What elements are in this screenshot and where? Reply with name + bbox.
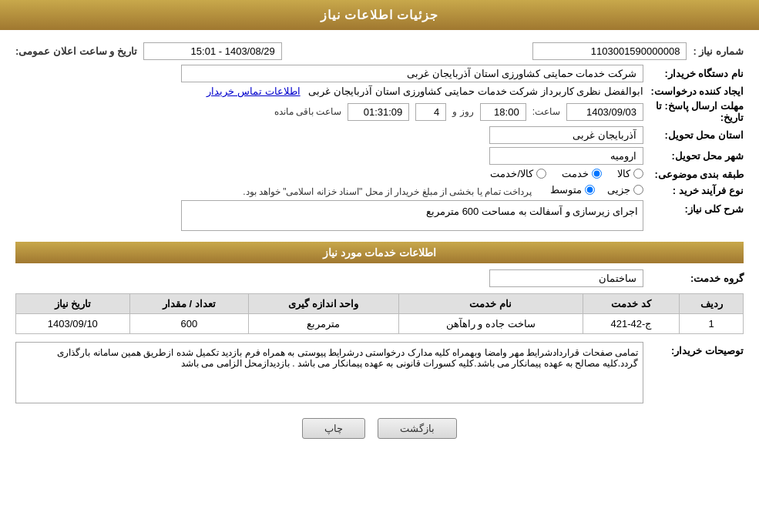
tosihaat-textarea[interactable] [15, 342, 643, 403]
col-vahad: واحد اندازه گیری [249, 294, 399, 314]
col-naam: نام خدمت [398, 294, 583, 314]
row-shahr: شهر محل تحویل: ارومیه [15, 147, 744, 165]
mohlat-mande-label: ساعت باقی مانده [274, 106, 342, 117]
tarikh-elaan-value: 1403/08/29 - 15:01 [143, 42, 282, 60]
row-ijad: ایجاد کننده درخواست: ابوالفضل نظری کاربر… [15, 85, 744, 97]
ostan-label: استان محل تحویل: [643, 129, 744, 141]
farayand-desc: پرداخت تمام یا بخشی از مبلغ خریدار از مح… [243, 186, 532, 197]
sharh-value-area: اجرای زیرسازی و آسفالت به مساحت 600 مترم… [15, 200, 643, 231]
ettelaat-tamas-link[interactable]: اطلاعات تماس خریدار [207, 85, 300, 97]
radio-jozei-item: جزیی [607, 184, 643, 196]
cell-kod: ج-42-421 [583, 314, 680, 334]
button-row: بازگشت چاپ [15, 418, 744, 439]
radio-motavaset-label: متوسط [550, 184, 582, 196]
row-ostan: استان محل تحویل: آذربایجان غربی [15, 126, 744, 144]
back-button[interactable]: بازگشت [378, 418, 457, 439]
section-service-title: اطلاعات خدمات مورد نیاز [15, 242, 744, 263]
nam-dastgah-value: شرکت خدمات حمایتی کشاورزی استان آذربایجا… [15, 65, 643, 82]
radio-jozei[interactable] [633, 185, 643, 195]
cell-tedad: 600 [129, 314, 248, 334]
col-tedad: تعداد / مقدار [129, 294, 248, 314]
radio-kala-khadamat[interactable] [536, 169, 546, 179]
gorooh-value: ساختمان [489, 269, 643, 287]
tosihaat-value-area [15, 342, 643, 406]
row-nam-dastgah: نام دستگاه خریدار: شرکت خدمات حمایتی کشا… [15, 65, 744, 82]
col-tarikh: تاریخ نیاز [16, 294, 130, 314]
radio-khadamat[interactable] [592, 169, 602, 179]
main-content: شماره نیاز : 1103001590000008 1403/08/29… [0, 30, 759, 459]
radio-kala-item: کالا [617, 168, 643, 179]
ijad-value-area: ابوالفضل نظری کاربرداز شرکت خدمات حمایتی… [15, 85, 643, 97]
print-button[interactable]: چاپ [302, 418, 365, 439]
tosihaat-label: توصیحات خریدار: [643, 342, 744, 356]
table-row: 1 ج-42-421 ساخت جاده و راهآهن مترمربع 60… [16, 314, 744, 334]
radio-kala-khadamat-item: کالا/خدمت [490, 168, 546, 179]
tarikh-elaan-label: تاریخ و ساعت اعلان عمومی: [15, 45, 137, 57]
radio-jozei-label: جزیی [607, 184, 630, 196]
row-sharh: شرح کلی نیاز: اجرای زیرسازی و آسفالت به … [15, 200, 744, 231]
tabaqe-radio-group: کالا خدمت کالا/خدمت [490, 168, 643, 179]
radio-kala[interactable] [633, 169, 643, 179]
table-header-row: ردیف کد خدمت نام خدمت واحد اندازه گیری ت… [16, 294, 744, 314]
farayand-label: نوع فرآیند خرید : [643, 185, 744, 196]
nam-dastgah-text: شرکت خدمات حمایتی کشاورزی استان آذربایجا… [181, 65, 643, 82]
mohlat-date: 1403/09/03 [566, 103, 643, 121]
radio-motavaset[interactable] [585, 185, 595, 195]
shomara-value: 1103001590000008 [532, 42, 687, 60]
header-title: جزئیات اطلاعات نیاز [321, 8, 439, 22]
mohlat-mande: 01:31:09 [348, 103, 409, 121]
datetime-row: 1403/09/03 ساعت: 18:00 روز و 4 01:31:09 … [15, 103, 643, 121]
row-gorooh: گروه خدمت: ساختمان [15, 269, 744, 287]
gorooh-value-area: ساختمان [15, 269, 643, 287]
farayand-radio-group: جزیی متوسط [550, 184, 643, 196]
shahr-value: ارومیه [489, 147, 643, 165]
farayand-value-area: جزیی متوسط پرداخت تمام یا بخشی از مبلغ خ… [15, 184, 643, 197]
tabaqe-value-area: کالا خدمت کالا/خدمت [15, 168, 643, 181]
radio-kala-label: کالا [617, 168, 630, 179]
sharh-label: شرح کلی نیاز: [643, 200, 744, 215]
ostan-value-area: آذربایجان غربی [15, 126, 643, 144]
page-container: جزئیات اطلاعات نیاز شماره نیاز : 1103001… [0, 0, 759, 532]
row-mohlat: مهلت ارسال پاسخ: تا تاریخ: 1403/09/03 سا… [15, 100, 744, 123]
cell-vahad: مترمربع [249, 314, 399, 334]
shahr-label: شهر محل تحویل: [643, 150, 744, 162]
sharh-text: اجرای زیرسازی و آسفالت به مساحت 600 مترم… [181, 200, 643, 231]
cell-tarikh: 1403/09/10 [16, 314, 130, 334]
mohlat-saat: 18:00 [480, 103, 526, 121]
radio-khadamat-item: خدمت [562, 168, 602, 179]
row-tosihaat: توصیحات خریدار: [15, 342, 744, 406]
radio-motavaset-item: متوسط [550, 184, 595, 196]
col-radif: ردیف [680, 294, 744, 314]
page-header: جزئیات اطلاعات نیاز [0, 0, 759, 30]
row-tabaqe: طبقه بندی موضوعی: کالا خدمت کالا/خدمت [15, 168, 744, 181]
mohlat-roz: 4 [415, 103, 446, 121]
cell-radif: 1 [680, 314, 744, 334]
row-farayand: نوع فرآیند خرید : جزیی متوسط پرداخت تمام… [15, 184, 744, 197]
col-kod: کد خدمت [583, 294, 680, 314]
shahr-value-area: ارومیه [15, 147, 643, 165]
cell-naam: ساخت جاده و راهآهن [398, 314, 583, 334]
mohlat-roz-label: روز و [452, 106, 473, 117]
mohlat-saat-label: ساعت: [532, 106, 560, 117]
tabaqe-label: طبقه بندی موضوعی: [643, 169, 744, 180]
shomara-label: شماره نیاز : [693, 45, 744, 57]
radio-khadamat-label: خدمت [562, 168, 589, 179]
mohlat-value-area: 1403/09/03 ساعت: 18:00 روز و 4 01:31:09 … [15, 103, 643, 121]
row-shomara-tarikh: شماره نیاز : 1103001590000008 1403/08/29… [15, 42, 744, 60]
radio-kala-khadamat-label: کالا/خدمت [490, 168, 533, 179]
gorooh-label: گروه خدمت: [643, 273, 744, 284]
ijad-text: ابوالفضل نظری کاربرداز شرکت خدمات حمایتی… [308, 85, 643, 97]
mohlat-label: مهلت ارسال پاسخ: تا تاریخ: [643, 100, 744, 123]
nam-dastgah-label: نام دستگاه خریدار: [643, 68, 744, 79]
service-table: ردیف کد خدمت نام خدمت واحد اندازه گیری ت… [15, 293, 744, 334]
ijad-label: ایجاد کننده درخواست: [643, 85, 744, 97]
ostan-value: آذربایجان غربی [489, 126, 643, 144]
